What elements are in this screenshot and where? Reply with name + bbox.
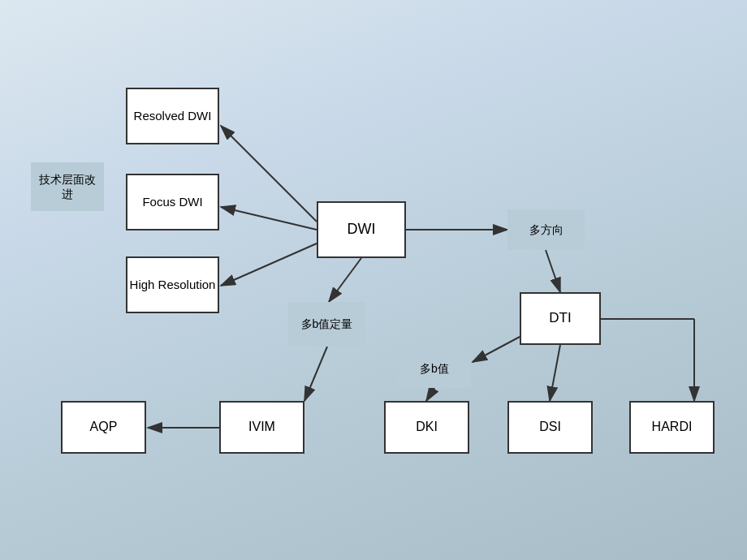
svg-line-8 — [304, 347, 327, 401]
node-ivim: IVIM — [219, 401, 304, 454]
node-dsi: DSI — [507, 401, 593, 454]
node-duob-dingliang: 多b值定量 — [288, 302, 365, 347]
jishu-label: 技术层面改进 — [31, 162, 104, 211]
svg-line-2 — [221, 126, 317, 222]
svg-line-6 — [546, 250, 560, 292]
svg-line-11 — [426, 388, 434, 401]
node-dki: DKI — [384, 401, 469, 454]
node-duofangxiang: 多方向 — [507, 209, 585, 250]
node-dwi: DWI — [317, 201, 406, 258]
connections-svg — [0, 0, 747, 560]
node-duob-bottom: 多b值 — [398, 349, 471, 388]
node-hardi: HARDI — [629, 401, 715, 454]
svg-line-10 — [473, 337, 520, 362]
svg-line-4 — [221, 243, 317, 286]
node-resolved-dwi: Resolved DWI — [126, 88, 219, 144]
svg-line-7 — [329, 258, 361, 302]
node-dti: DTI — [520, 292, 601, 345]
diagram-container: 技术层面改进 Resolved DWI Focus DWI High Resol… — [0, 0, 747, 560]
node-aqp: AQP — [61, 401, 146, 454]
svg-line-12 — [550, 345, 560, 401]
node-focus-dwi: Focus DWI — [126, 174, 219, 230]
svg-line-3 — [221, 207, 317, 230]
node-high-resolution: High Resolution — [126, 256, 219, 313]
